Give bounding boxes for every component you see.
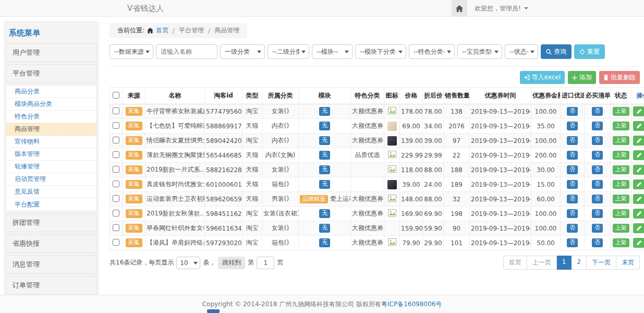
breadcrumb-home-link[interactable]: 首页 xyxy=(156,26,168,35)
page-size-select[interactable]: 10 xyxy=(176,257,200,269)
breadcrumb-level1[interactable]: 平台管理 xyxy=(179,26,204,35)
breadcrumb-level2[interactable]: 商品管理 xyxy=(214,26,239,35)
col-price: 价格 xyxy=(400,88,423,104)
status-badge: 否 xyxy=(567,122,578,130)
pager-first[interactable]: 首页 xyxy=(503,256,527,270)
name-search-input[interactable] xyxy=(156,44,217,59)
sidebar-item[interactable]: 消息管理 xyxy=(6,255,97,274)
row-checkbox[interactable] xyxy=(113,107,119,114)
row-checkbox[interactable] xyxy=(113,166,119,173)
row-checkbox[interactable] xyxy=(113,122,119,129)
filter-status-select[interactable]: --状态-- xyxy=(505,44,538,59)
row-checkbox[interactable] xyxy=(113,195,119,202)
filter-bar: --数据来源-- 一级分类 --二级分类-- --模块-- --模块下分类-- … xyxy=(110,44,640,59)
filter-item-type-select[interactable]: --宝贝类型-- xyxy=(457,44,502,59)
app-title: V省钱达人 xyxy=(127,4,164,14)
row-checkbox[interactable] xyxy=(113,239,119,246)
sidebar-subitem[interactable]: 模块商品分类 xyxy=(6,98,96,111)
status-badge: 无 xyxy=(319,180,330,188)
sidebar-subitem[interactable]: 特色分类 xyxy=(6,111,96,123)
sidebar-subitem[interactable]: 商品管理 xyxy=(6,123,96,136)
edit-button[interactable] xyxy=(633,238,644,248)
coupon-time-cell: 2019-09-13—2019-09-20 xyxy=(470,177,531,192)
edit-button[interactable] xyxy=(633,150,644,160)
icp-link[interactable]: 粤ICP备16098006号 xyxy=(381,300,442,309)
home-button[interactable] xyxy=(452,0,467,17)
price-cell: 118.00 xyxy=(400,163,423,177)
sidebar-subitem[interactable]: 轮播管理 xyxy=(6,161,96,173)
import-excel-button[interactable]: 导入excel xyxy=(520,71,565,84)
batch-delete-button[interactable]: 批量删除 xyxy=(599,71,640,84)
row-checkbox[interactable] xyxy=(113,224,119,231)
add-button[interactable]: 添加 xyxy=(568,71,596,84)
reset-button[interactable]: 重置 xyxy=(574,44,605,59)
source-cell: 采集 xyxy=(123,134,145,148)
feature-category-cell: 品质优选 xyxy=(351,148,384,163)
pager-page-1[interactable]: 1 xyxy=(557,256,572,270)
module-cell: 无 xyxy=(299,134,351,148)
edit-button[interactable] xyxy=(633,136,644,146)
sidebar-subitem[interactable]: 意见反馈 xyxy=(6,186,96,198)
product-name-cell: 薄款无钢圈文胸聚拢性... xyxy=(145,148,205,163)
filter-feature-category-select[interactable]: --特色分类-- xyxy=(409,44,455,59)
user-menu[interactable]: 欢迎您，管理员! xyxy=(467,0,536,17)
status-cell: 上架 xyxy=(611,134,631,148)
page-number-input[interactable] xyxy=(257,257,274,269)
select-all-checkbox[interactable] xyxy=(113,92,119,99)
discount-price-cell: 29.90 xyxy=(423,236,444,250)
pager-last[interactable]: 末页 xyxy=(616,256,640,270)
status-badge: 采集 xyxy=(126,165,142,174)
status-badge: 上架 xyxy=(613,180,629,188)
row-checkbox[interactable] xyxy=(113,137,119,143)
status-badge: 无 xyxy=(319,209,330,218)
edit-button[interactable] xyxy=(633,106,644,116)
bottom-scrollbar-thumb[interactable] xyxy=(207,309,220,313)
edit-button[interactable] xyxy=(633,194,644,204)
coupon-amount-cell: 200.00 xyxy=(531,148,561,163)
search-button[interactable]: 查询 xyxy=(541,44,572,59)
import-select-cell: 否 xyxy=(561,177,585,192)
jump-to-button[interactable]: 跳转到 xyxy=(218,257,245,269)
status-badge: 无 xyxy=(319,238,330,247)
discount-price-cell: 78.00 xyxy=(423,104,444,119)
filter-module-subcategory-select[interactable]: --模块下分类-- xyxy=(355,44,406,59)
coupon-amount-cell: 30.00 xyxy=(531,163,561,177)
sidebar-subitem[interactable]: 启动页管理 xyxy=(6,173,96,186)
category-cell: 内衣(文胸) xyxy=(262,148,299,163)
status-badge: 上架 xyxy=(613,122,629,130)
sidebar-item-platform-management[interactable]: 平台管理 xyxy=(6,64,97,83)
edit-button[interactable] xyxy=(633,165,644,175)
sidebar-subitem[interactable]: 平台配置 xyxy=(6,198,96,211)
edit-icon xyxy=(636,182,642,187)
sidebar-subitem[interactable]: 商品分类 xyxy=(6,86,96,98)
edit-button[interactable] xyxy=(633,121,644,131)
edit-button[interactable] xyxy=(633,223,644,233)
filter-level2-category-select[interactable]: --二级分类-- xyxy=(268,44,309,59)
discount-price-cell: 69.90 xyxy=(423,207,444,221)
table-row: 采集2019新款女秋薄款...598451162391淘宝女装(连衣裙)无大额优… xyxy=(110,207,644,221)
edit-button[interactable] xyxy=(633,179,644,189)
pager-prev[interactable]: 上一页 xyxy=(527,256,557,270)
row-checkbox[interactable] xyxy=(113,210,119,216)
sidebar-item[interactable]: 拼团管理 xyxy=(6,213,97,232)
pager: 首页 上一页 1 2 下一页 末页 xyxy=(503,256,640,270)
pager-next[interactable]: 下一页 xyxy=(587,256,616,270)
module-cell: 无 xyxy=(299,221,351,236)
sidebar-subitem[interactable]: 版本管理 xyxy=(6,148,96,161)
operations-cell xyxy=(631,134,644,148)
pager-page-2[interactable]: 2 xyxy=(572,256,587,270)
edit-button[interactable] xyxy=(633,209,644,219)
sidebar-subitem[interactable]: 宣传物料 xyxy=(6,136,96,148)
sidebar-item[interactable]: 省惠快报 xyxy=(6,234,97,253)
row-checkbox[interactable] xyxy=(113,180,119,187)
feature-category-cell: 大额优惠券 xyxy=(351,236,384,250)
status-badge: 无 xyxy=(319,107,330,115)
taoke-id-cell: 597293020870 xyxy=(205,236,242,250)
sidebar-item[interactable]: 订单管理 xyxy=(6,276,97,295)
filter-module-select[interactable]: --模块-- xyxy=(312,44,353,59)
filter-data-source-select[interactable]: --数据来源-- xyxy=(110,44,153,59)
sidebar-item-user-management[interactable]: 用户管理 xyxy=(6,43,97,62)
row-checkbox[interactable] xyxy=(113,151,119,158)
coupon-amount-cell: 15.00 xyxy=(531,177,561,192)
filter-level1-category-select[interactable]: 一级分类 xyxy=(220,44,265,59)
